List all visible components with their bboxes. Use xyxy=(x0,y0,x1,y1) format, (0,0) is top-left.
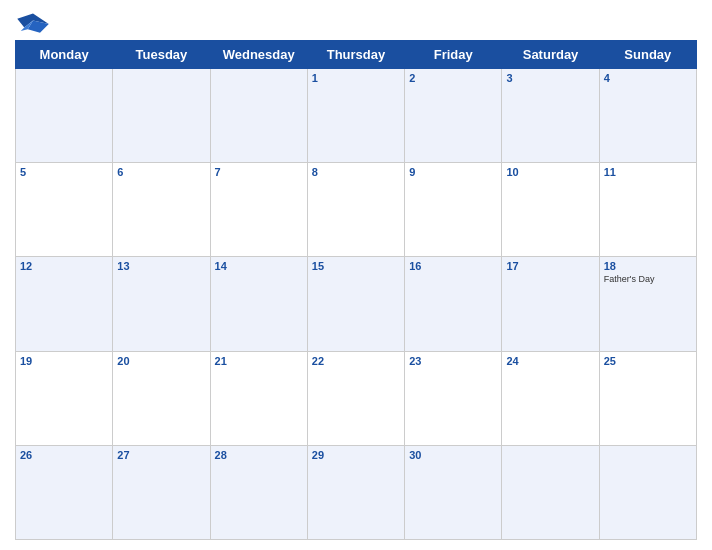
day-number: 18 xyxy=(604,260,692,272)
day-number: 20 xyxy=(117,355,205,367)
calendar-cell: 21 xyxy=(210,351,307,445)
day-number: 15 xyxy=(312,260,400,272)
weekday-header: Monday xyxy=(16,41,113,69)
calendar-table: MondayTuesdayWednesdayThursdayFridaySatu… xyxy=(15,40,697,540)
weekday-header: Thursday xyxy=(307,41,404,69)
calendar-cell: 29 xyxy=(307,445,404,539)
calendar-week-row: 19202122232425 xyxy=(16,351,697,445)
calendar-cell: 27 xyxy=(113,445,210,539)
weekday-header: Wednesday xyxy=(210,41,307,69)
weekday-header-row: MondayTuesdayWednesdayThursdayFridaySatu… xyxy=(16,41,697,69)
day-number: 22 xyxy=(312,355,400,367)
day-number: 28 xyxy=(215,449,303,461)
day-number: 10 xyxy=(506,166,594,178)
calendar-cell: 28 xyxy=(210,445,307,539)
day-number: 13 xyxy=(117,260,205,272)
day-number: 6 xyxy=(117,166,205,178)
weekday-header: Tuesday xyxy=(113,41,210,69)
day-number: 21 xyxy=(215,355,303,367)
calendar-cell: 13 xyxy=(113,257,210,351)
weekday-header: Saturday xyxy=(502,41,599,69)
calendar-cell: 26 xyxy=(16,445,113,539)
weekday-header: Sunday xyxy=(599,41,696,69)
day-number: 26 xyxy=(20,449,108,461)
day-number: 8 xyxy=(312,166,400,178)
day-number: 30 xyxy=(409,449,497,461)
calendar-cell: 1 xyxy=(307,69,404,163)
day-number: 29 xyxy=(312,449,400,461)
logo xyxy=(15,10,55,38)
calendar-cell: 7 xyxy=(210,163,307,257)
calendar-cell: 17 xyxy=(502,257,599,351)
calendar-cell: 2 xyxy=(405,69,502,163)
calendar-cell xyxy=(113,69,210,163)
calendar-week-row: 567891011 xyxy=(16,163,697,257)
holiday-label: Father's Day xyxy=(604,274,692,285)
calendar-week-row: 1234 xyxy=(16,69,697,163)
calendar-cell: 12 xyxy=(16,257,113,351)
day-number: 3 xyxy=(506,72,594,84)
calendar-cell: 15 xyxy=(307,257,404,351)
calendar-cell: 16 xyxy=(405,257,502,351)
calendar-cell: 22 xyxy=(307,351,404,445)
calendar-cell: 8 xyxy=(307,163,404,257)
calendar-cell: 11 xyxy=(599,163,696,257)
day-number: 7 xyxy=(215,166,303,178)
calendar-cell: 20 xyxy=(113,351,210,445)
calendar-week-row: 12131415161718Father's Day xyxy=(16,257,697,351)
day-number: 4 xyxy=(604,72,692,84)
calendar-cell xyxy=(16,69,113,163)
day-number: 9 xyxy=(409,166,497,178)
day-number: 14 xyxy=(215,260,303,272)
calendar-cell: 4 xyxy=(599,69,696,163)
calendar-cell: 3 xyxy=(502,69,599,163)
calendar-cell: 14 xyxy=(210,257,307,351)
day-number: 24 xyxy=(506,355,594,367)
calendar-cell: 23 xyxy=(405,351,502,445)
calendar-cell: 25 xyxy=(599,351,696,445)
calendar-week-row: 2627282930 xyxy=(16,445,697,539)
calendar-cell xyxy=(502,445,599,539)
calendar-cell: 30 xyxy=(405,445,502,539)
day-number: 25 xyxy=(604,355,692,367)
day-number: 12 xyxy=(20,260,108,272)
calendar-cell xyxy=(210,69,307,163)
calendar-cell xyxy=(599,445,696,539)
day-number: 1 xyxy=(312,72,400,84)
day-number: 23 xyxy=(409,355,497,367)
day-number: 16 xyxy=(409,260,497,272)
calendar-cell: 10 xyxy=(502,163,599,257)
day-number: 5 xyxy=(20,166,108,178)
day-number: 19 xyxy=(20,355,108,367)
calendar-cell: 9 xyxy=(405,163,502,257)
day-number: 27 xyxy=(117,449,205,461)
calendar-cell: 18Father's Day xyxy=(599,257,696,351)
logo-bird-icon xyxy=(15,10,51,38)
day-number: 17 xyxy=(506,260,594,272)
weekday-header: Friday xyxy=(405,41,502,69)
day-number: 2 xyxy=(409,72,497,84)
calendar-cell: 19 xyxy=(16,351,113,445)
calendar-cell: 5 xyxy=(16,163,113,257)
page-header xyxy=(15,10,697,38)
day-number: 11 xyxy=(604,166,692,178)
calendar-cell: 6 xyxy=(113,163,210,257)
calendar-cell: 24 xyxy=(502,351,599,445)
